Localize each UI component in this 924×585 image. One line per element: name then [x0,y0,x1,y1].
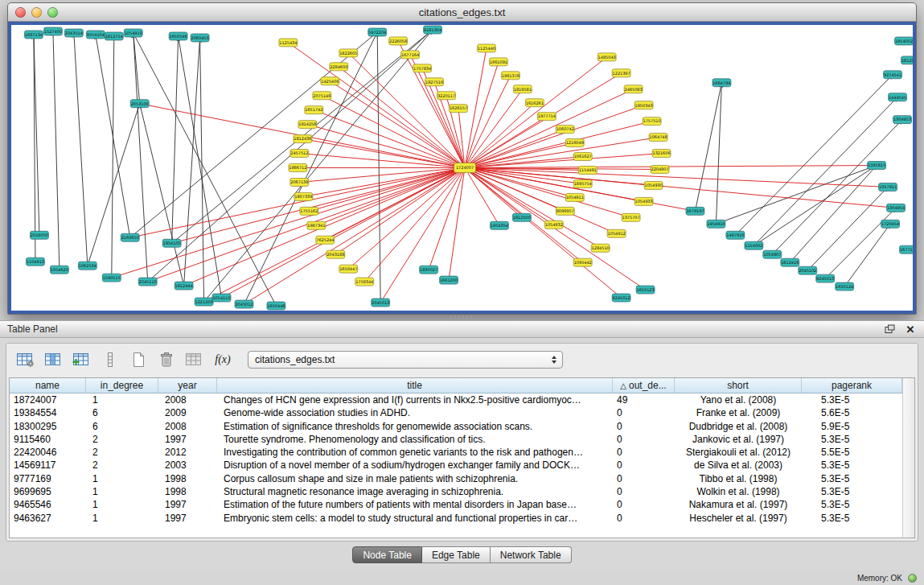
column-header-year[interactable]: year [158,378,217,393]
network-node[interactable]: 2204907 [651,166,669,174]
import-table-icon[interactable] [183,348,206,371]
network-node[interactable]: 1677150 [900,245,913,253]
network-node[interactable]: 1054912 [607,229,626,237]
network-node[interactable]: 1650123 [636,286,655,294]
network-node[interactable]: 1914258 [298,121,317,129]
network-node[interactable]: 2016050 [30,231,48,239]
network-node[interactable]: 1467910 [726,231,745,239]
panel-resize-grip[interactable] [450,315,474,319]
network-node[interactable]: 1061627 [573,153,592,161]
column-header-short[interactable]: short [675,378,802,393]
network-node[interactable]: 1757510 [643,117,661,126]
network-node[interactable]: 1054932 [544,220,563,229]
network-node[interactable]: 2160650 [121,233,139,241]
network-node[interactable]: 1485043 [598,53,616,61]
network-node[interactable]: 1054907 [763,250,782,258]
network-node[interactable]: 7625244 [316,236,335,244]
network-node[interactable]: 1590515 [102,274,121,282]
citation-network-graph[interactable]: 1125434182260522846001425406207514616517… [11,25,913,311]
network-node[interactable]: 5972204 [368,28,387,36]
network-node[interactable]: 1954354 [490,221,508,229]
function-builder-icon[interactable]: f(x) [211,348,234,371]
network-node[interactable]: 1062534 [78,262,97,270]
network-node[interactable]: 1057911 [879,183,897,191]
network-node[interactable]: 1064748 [649,134,667,142]
network-node[interactable]: 1154002 [745,241,763,249]
network-node[interactable]: 1986712 [289,164,307,172]
network-node[interactable]: 3220117 [437,92,456,100]
network-node[interactable]: 1977714 [537,113,556,121]
network-node[interactable]: 1054933 [634,197,653,205]
network-canvas[interactable]: 1125434182260522846001425406207514616517… [11,25,913,311]
network-node[interactable]: 1661091 [489,58,507,66]
network-node[interactable]: 2045013 [372,299,390,307]
network-node[interactable]: 1651742 [305,106,323,114]
network-node[interactable]: 1812436 [294,135,312,143]
vertical-scrollbar[interactable] [902,378,914,538]
network-node[interactable]: 1650124 [836,282,854,290]
network-node[interactable]: 1054620 [50,266,68,274]
network-node[interactable]: 1954105 [162,239,181,247]
close-window-button[interactable] [15,7,26,18]
network-node[interactable]: 8181304 [424,26,442,34]
network-node[interactable]: 1759344 [355,278,374,286]
delete-table-icon[interactable] [155,348,178,371]
network-node[interactable]: 1221397 [612,69,630,77]
table-selector-dropdown[interactable]: citations_edges.txt [248,351,563,369]
row-height-icon[interactable] [99,348,121,371]
column-header-out_degree[interactable]: △out_de... [613,378,675,393]
network-node[interactable]: 1664794 [713,79,731,87]
network-node[interactable]: 1054910 [124,29,142,37]
minimize-window-button[interactable] [31,7,42,18]
tab-node-table[interactable]: Node Table [352,546,422,563]
network-node[interactable]: 1104913 [26,257,44,266]
column-chooser-icon[interactable] [43,348,65,371]
network-node[interactable]: 1757834 [413,64,432,72]
network-node[interactable]: 1954002 [895,37,913,45]
network-node[interactable]: 1812416 [781,258,799,266]
zoom-window-button[interactable] [47,7,58,18]
new-table-icon[interactable] [127,348,150,371]
network-node[interactable]: 1054911 [565,193,584,201]
network-node[interactable]: 9274541 [884,71,902,79]
table-row[interactable]: 1938455462009Genome-wide association stu… [10,406,902,419]
network-node[interactable]: 1679197 [686,207,704,215]
network-node[interactable]: 1216049 [565,139,584,147]
network-node[interactable]: 1425406 [321,77,339,85]
network-node[interactable]: 2485083 [624,85,643,93]
network-node[interactable]: 1720454 [881,220,900,228]
table-settings-icon[interactable] [14,348,37,371]
network-node[interactable]: 1650448 [267,302,285,310]
column-header-in_degree[interactable]: in_degree [86,378,158,393]
network-node[interactable]: 1812999 [901,56,913,64]
network-node[interactable]: 1304953 [893,116,912,124]
network-node[interactable]: 1125440 [477,44,495,52]
table-row[interactable]: 1456911722003Disruption of a novel membe… [10,459,902,472]
network-node[interactable]: 2043188 [326,250,345,258]
network-node[interactable]: 2043514 [64,29,83,37]
network-node[interactable]: 1987341 [307,221,326,229]
network-node[interactable]: 2045012 [235,300,253,308]
network-node[interactable]: 1961378 [501,72,519,80]
network-node[interactable]: 1321606 [652,150,671,158]
network-node[interactable]: 2284600 [330,63,348,71]
network-node[interactable]: 1284510 [591,244,610,252]
network-node[interactable]: 1850343 [634,101,653,109]
table-add-icon[interactable] [71,348,93,371]
network-node[interactable]: 2075146 [313,92,331,100]
network-node[interactable]: 2045102 [799,266,817,274]
network-node[interactable]: 2457512 [290,150,309,158]
network-node[interactable]: 1812754 [105,32,123,40]
network-node[interactable]: 1812444 [175,282,193,290]
network-node[interactable]: 1812500 [512,213,531,221]
network-node[interactable]: 1895754 [573,179,592,187]
network-node[interactable]: 1154491 [578,167,597,175]
network-node[interactable]: 1527400 [43,27,62,35]
table-row[interactable]: 911546021997Tourette syndrome. Phenomeno… [10,433,902,446]
column-header-name[interactable]: name [10,378,86,393]
network-node[interactable]: 2067138 [290,178,309,186]
table-row[interactable]: 946362711997Embryonic stem cells: a mode… [10,512,902,525]
table-row[interactable]: 1872400712008Changes of HCN gene express… [10,393,902,406]
network-node[interactable]: 1221200 [195,298,213,306]
table-row[interactable]: 1830029562008Estimation of significance … [10,420,902,433]
